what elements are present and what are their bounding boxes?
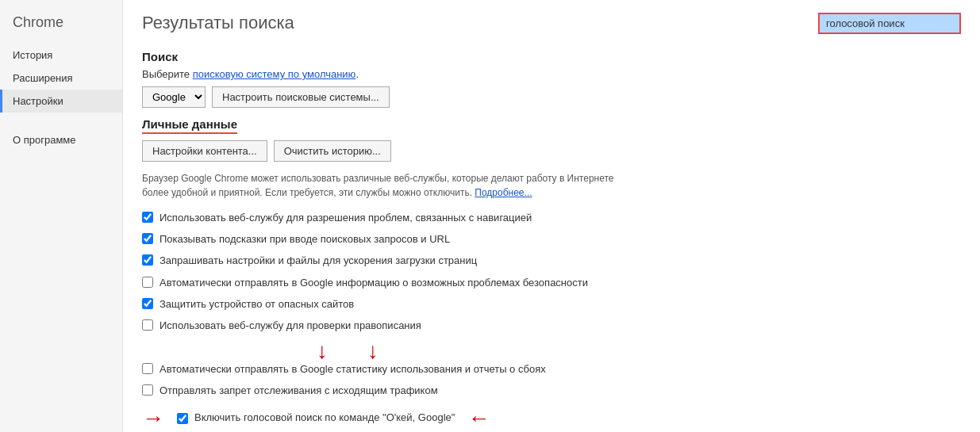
- checkboxes-list: Использовать веб-службу для разрешения п…: [142, 211, 961, 431]
- checkbox-4[interactable]: [142, 277, 153, 288]
- checkbox-6[interactable]: [142, 319, 153, 331]
- default-search-link[interactable]: поисковую систему по умолчанию: [193, 68, 356, 80]
- personal-data-section: Личные данные Настройки контента... Очис…: [142, 117, 961, 431]
- checkbox-7[interactable]: [142, 363, 153, 374]
- more-info-link[interactable]: Подробнее...: [475, 187, 532, 198]
- checkbox-item-6: Использовать веб-службу для проверки пра…: [142, 319, 961, 333]
- checkbox-5[interactable]: [142, 298, 153, 309]
- personal-data-title: Личные данные: [142, 117, 237, 134]
- personal-data-description: Браузер Google Chrome может использовать…: [142, 171, 634, 200]
- arrow-right-icon: ←: [467, 406, 490, 431]
- sidebar-item-extensions[interactable]: Расширения: [0, 67, 122, 90]
- content-settings-btn[interactable]: Настройки контента...: [142, 140, 267, 162]
- checkbox-2[interactable]: [142, 233, 153, 244]
- arrow-down-2: ↓: [367, 340, 379, 362]
- sidebar-item-settings[interactable]: Настройки: [0, 90, 122, 113]
- page-title: Результаты поиска: [142, 13, 294, 33]
- checkbox-label-3: Запрашивать настройки и файлы для ускоре…: [159, 254, 477, 268]
- checkbox-item-5: Защитить устройство от опасных сайтов: [142, 297, 961, 312]
- sidebar-item-about[interactable]: О программе: [0, 128, 122, 151]
- search-description: Выберите поисковую систему по умолчанию.: [142, 68, 961, 80]
- sidebar-divider: [0, 113, 122, 128]
- search-section-title: Поиск: [142, 50, 961, 63]
- checkbox-8[interactable]: [142, 384, 153, 396]
- app-title: Chrome: [0, 8, 122, 44]
- arrow-down-1: ↓: [317, 340, 328, 362]
- checkbox-item-2: Показывать подсказки при вводе поисковых…: [142, 232, 961, 247]
- arrow-left-icon: →: [142, 406, 164, 431]
- main-header: Результаты поиска: [142, 13, 961, 34]
- search-engine-row: Google Настроить поисковые системы...: [142, 86, 961, 108]
- down-arrows-row: ↓ ↓: [317, 340, 961, 362]
- checkbox-item-7: Автоматически отправлять в Google статис…: [142, 362, 961, 377]
- checkbox-label-9: Включить голосовой поиск по команде "О'к…: [194, 411, 455, 425]
- checkbox-item-1: Использовать веб-службу для разрешения п…: [142, 211, 961, 225]
- checkbox-3[interactable]: [142, 254, 153, 266]
- clear-history-btn[interactable]: Очистить историю...: [274, 140, 391, 162]
- search-input[interactable]: [818, 13, 961, 34]
- checkbox-label-1: Использовать веб-службу для разрешения п…: [159, 211, 532, 225]
- checkbox-item-4: Автоматически отправлять в Google информ…: [142, 276, 961, 290]
- checkbox-label-4: Автоматически отправлять в Google информ…: [159, 276, 588, 290]
- checkbox-label-8: Отправлять запрет отслеживания с исходящ…: [159, 384, 438, 398]
- sidebar: Chrome История Расширения Настройки О пр…: [0, 0, 123, 432]
- search-desc-suffix: .: [355, 68, 359, 80]
- checkbox-1[interactable]: [142, 212, 153, 223]
- search-section: Поиск Выберите поисковую систему по умол…: [142, 50, 961, 108]
- search-engine-select[interactable]: Google: [142, 86, 206, 108]
- personal-data-buttons: Настройки контента... Очистить историю..…: [142, 140, 961, 162]
- search-desc-prefix: Выберите: [142, 68, 193, 80]
- checkbox-label-7: Автоматически отправлять в Google статис…: [159, 362, 546, 377]
- checkbox-item-8: Отправлять запрет отслеживания с исходящ…: [142, 384, 961, 398]
- checkbox-label-5: Защитить устройство от опасных сайтов: [159, 297, 354, 312]
- checkbox-label-2: Показывать подсказки при вводе поисковых…: [159, 232, 450, 247]
- checkbox-9[interactable]: [177, 413, 188, 424]
- checkbox-item-3: Запрашивать настройки и файлы для ускоре…: [142, 254, 961, 268]
- checkbox-label-6: Использовать веб-службу для проверки пра…: [159, 319, 421, 333]
- configure-search-btn[interactable]: Настроить поисковые системы...: [212, 86, 390, 108]
- checkbox-item-9: → Включить голосовой поиск по команде "О…: [142, 406, 961, 431]
- main-content: Результаты поиска Поиск Выберите поисков…: [123, 0, 980, 432]
- sidebar-item-history[interactable]: История: [0, 44, 122, 67]
